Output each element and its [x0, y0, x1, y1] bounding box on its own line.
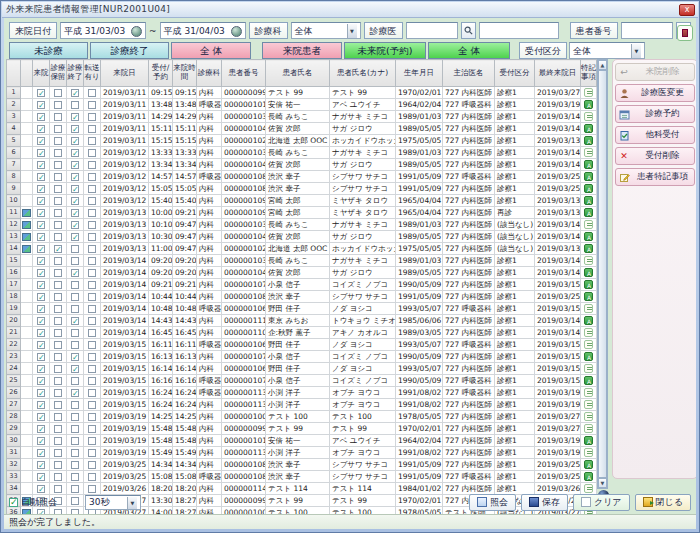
note-icon[interactable]: [584, 148, 593, 157]
note-icon[interactable]: [584, 196, 593, 205]
filter-button-untreated[interactable]: 未診療: [9, 42, 88, 59]
note-icon[interactable]: [584, 316, 593, 325]
visit-delete-button[interactable]: ↩ 来院削除: [615, 63, 695, 81]
done-checkbox[interactable]: [71, 473, 79, 481]
note-icon[interactable]: [584, 280, 593, 289]
transfer-checkbox[interactable]: [88, 329, 96, 337]
row-number[interactable]: 10: [7, 195, 21, 207]
done-checkbox[interactable]: [71, 137, 79, 145]
row-number[interactable]: 4: [7, 123, 21, 135]
scroll-down-icon[interactable]: ▼: [598, 478, 607, 488]
hold-checkbox[interactable]: [54, 437, 62, 445]
row-number[interactable]: 5: [7, 135, 21, 147]
transfer-checkbox[interactable]: [88, 173, 96, 181]
done-checkbox[interactable]: [71, 485, 79, 493]
header-patient-name[interactable]: 患者氏名: [266, 60, 330, 87]
transfer-checkbox[interactable]: [88, 485, 96, 493]
table-row[interactable]: 2 2019/03/11 13:48 13:48 呼吸器科 000000101 …: [7, 99, 597, 111]
done-checkbox[interactable]: [71, 317, 79, 325]
transfer-checkbox[interactable]: [88, 101, 96, 109]
visit-checkbox[interactable]: [37, 413, 45, 421]
row-number[interactable]: 7: [7, 159, 21, 171]
done-checkbox[interactable]: [71, 377, 79, 385]
done-checkbox[interactable]: [71, 305, 79, 313]
query-button[interactable]: 照会: [469, 494, 516, 511]
transfer-checkbox[interactable]: [88, 281, 96, 289]
note-icon[interactable]: [584, 376, 593, 385]
table-row[interactable]: 25 2019/03/15 16:16 16:16 呼吸器科 000000107…: [7, 375, 597, 387]
patient-notes-button[interactable]: 患者特記事項: [615, 168, 695, 186]
doctor-code-input[interactable]: [406, 22, 458, 39]
transfer-checkbox[interactable]: [88, 353, 96, 361]
row-number[interactable]: 3: [7, 111, 21, 123]
reception-delete-button[interactable]: ✕ 受付削除: [615, 147, 695, 165]
done-checkbox[interactable]: [71, 233, 79, 241]
visit-checkbox[interactable]: [37, 245, 45, 253]
hold-checkbox[interactable]: [54, 425, 62, 433]
done-checkbox[interactable]: [71, 173, 79, 181]
row-number[interactable]: 17: [7, 279, 21, 291]
visit-checkbox[interactable]: [37, 317, 45, 325]
note-icon[interactable]: [584, 328, 593, 337]
table-row[interactable]: 7 2019/03/12 13:34 13:34 内科 000000104 佐賀…: [7, 159, 597, 171]
visit-checkbox[interactable]: [37, 449, 45, 457]
visit-checkbox[interactable]: [37, 437, 45, 445]
done-checkbox[interactable]: [71, 245, 79, 253]
row-number[interactable]: 21: [7, 327, 21, 339]
auto-query-checkbox[interactable]: [9, 498, 18, 507]
row-number[interactable]: 29: [7, 423, 21, 435]
done-checkbox[interactable]: [71, 413, 79, 421]
row-number[interactable]: 1: [7, 87, 21, 99]
visit-checkbox[interactable]: [37, 293, 45, 301]
hold-checkbox[interactable]: [54, 173, 62, 181]
table-row[interactable]: 30 2019/03/19 15:48 15:48 内科 000000101 安…: [7, 435, 597, 447]
note-icon[interactable]: [584, 352, 593, 361]
note-icon[interactable]: [584, 304, 593, 313]
visit-checkbox[interactable]: [37, 461, 45, 469]
clear-button[interactable]: クリア: [573, 494, 630, 511]
transfer-checkbox[interactable]: [88, 389, 96, 397]
transfer-checkbox[interactable]: [88, 233, 96, 241]
hold-checkbox[interactable]: [54, 461, 62, 469]
visit-checkbox[interactable]: [37, 353, 45, 361]
note-icon[interactable]: [584, 292, 593, 301]
vertical-scrollbar[interactable]: ▲ ▼: [597, 59, 608, 489]
row-number[interactable]: 31: [7, 447, 21, 459]
hold-checkbox[interactable]: [54, 233, 62, 241]
hold-checkbox[interactable]: [54, 365, 62, 373]
transfer-checkbox[interactable]: [88, 161, 96, 169]
done-checkbox[interactable]: [71, 197, 79, 205]
doctor-name-input[interactable]: [479, 22, 559, 39]
table-row[interactable]: 31 2019/03/19 15:49 15:49 内科 000000113 小…: [7, 447, 597, 459]
hold-checkbox[interactable]: [54, 413, 62, 421]
chevron-down-icon[interactable]: ▼: [631, 44, 641, 58]
table-row[interactable]: 28 2019/03/19 14:25 14:25 内科 000000100 テ…: [7, 411, 597, 423]
transfer-checkbox[interactable]: [88, 221, 96, 229]
hold-checkbox[interactable]: [54, 341, 62, 349]
other-dept-reception-button[interactable]: 他科受付: [615, 126, 695, 144]
done-checkbox[interactable]: [71, 461, 79, 469]
visit-checkbox[interactable]: [37, 365, 45, 373]
hold-checkbox[interactable]: [54, 185, 62, 193]
visit-checkbox[interactable]: [37, 161, 45, 169]
done-checkbox[interactable]: [71, 149, 79, 157]
visit-checkbox[interactable]: [37, 101, 45, 109]
transfer-checkbox[interactable]: [88, 461, 96, 469]
note-icon[interactable]: [584, 220, 593, 229]
change-doctor-button[interactable]: 診療医変更: [615, 84, 695, 102]
calendar-picker-icon[interactable]: [131, 26, 142, 37]
note-icon[interactable]: [584, 268, 593, 277]
note-icon[interactable]: [584, 124, 593, 133]
visit-checkbox[interactable]: [37, 113, 45, 121]
hold-checkbox[interactable]: [54, 329, 62, 337]
done-checkbox[interactable]: [71, 257, 79, 265]
visit-checkbox[interactable]: [37, 341, 45, 349]
row-number[interactable]: 25: [7, 375, 21, 387]
done-checkbox[interactable]: [71, 221, 79, 229]
transfer-checkbox[interactable]: [88, 257, 96, 265]
table-row[interactable]: 9 2019/03/12 15:05 15:05 内科 000000108 渋沢…: [7, 183, 597, 195]
done-checkbox[interactable]: [71, 113, 79, 121]
hold-checkbox[interactable]: [54, 197, 62, 205]
date-to-input[interactable]: 平成 31/04/03: [160, 22, 246, 39]
row-number[interactable]: 15: [7, 255, 21, 267]
